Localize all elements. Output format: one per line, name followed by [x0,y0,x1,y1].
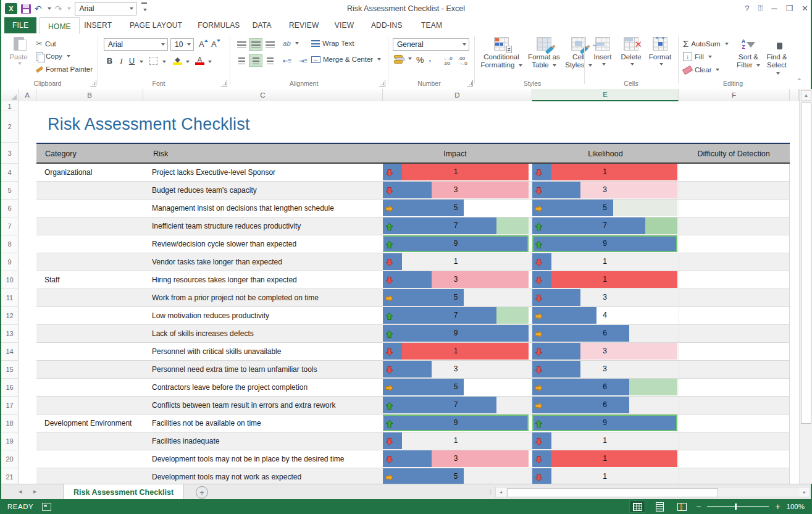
cell-detection[interactable] [679,182,790,200]
cell-detection[interactable] [679,235,790,253]
cut-button[interactable]: ✂Cut [36,39,56,48]
cell-risk[interactable]: Low motivation reduces productivity [143,307,383,325]
cell-impact[interactable]: 1 [383,343,532,361]
row-number-11[interactable]: 11 [1,289,19,307]
column-header-d[interactable]: D [383,89,532,101]
row-number-1[interactable]: 1 [1,101,19,111]
cell-risk[interactable]: Personnel with critical skills unavailab… [143,343,383,361]
tab-home[interactable]: HOME [40,17,80,35]
tab-add-ins[interactable]: ADD-INS [363,17,411,33]
format-cells-button[interactable]: ⇤⇥ Format [646,37,674,65]
column-header-b[interactable]: B [36,89,143,101]
cell-risk[interactable]: Inefficient team structure reduces produ… [143,217,383,235]
minimize-button[interactable]: ─ [771,4,777,13]
row-number-15[interactable]: 15 [1,361,19,379]
autosum-button[interactable]: Σ AutoSum [683,38,729,49]
cell-detection[interactable] [679,200,790,217]
column-header-f[interactable]: F [679,89,790,101]
cell-category[interactable] [36,182,143,200]
cell-category[interactable] [36,450,143,468]
align-top-button[interactable] [235,38,248,51]
cell-impact[interactable]: 5 [383,200,532,217]
qat-font-combo[interactable]: Arial [75,2,136,15]
cell-category[interactable] [36,468,143,484]
clipboard-dialog-launcher[interactable] [90,80,96,86]
cell-category[interactable] [36,307,143,325]
page-layout-view-button[interactable] [651,500,668,513]
cell-detection[interactable] [679,307,790,325]
close-button[interactable]: ✕ [802,4,808,13]
column-header-c[interactable]: C [143,89,383,101]
tab-formulas[interactable]: FORMULAS [190,17,248,33]
cell-likelihood[interactable]: 1 [532,432,679,450]
sheet-tab-active[interactable]: Risk Assessment Checklist [63,484,184,500]
sheet-nav-left-icon[interactable]: ◂ [19,487,22,495]
macro-record-icon[interactable] [42,503,51,511]
cell-likelihood[interactable]: 3 [532,289,679,307]
font-size-combo[interactable]: 10 [170,38,194,51]
vertical-scrollbar[interactable]: ▲ [799,89,812,484]
undo-dropdown-arrow-icon[interactable] [48,7,51,10]
decrease-indent-button[interactable]: ⇤≡ [280,54,294,67]
cell-impact[interactable]: 9 [383,235,532,253]
percent-style-button[interactable]: % [416,55,424,65]
horizontal-scrollbar[interactable]: ◂ ▸ [495,487,810,497]
cell-risk[interactable]: Development tools may not be in place by… [143,450,383,468]
cell-detection[interactable] [679,361,790,379]
cell-detection[interactable] [679,271,790,289]
clear-button[interactable]: Clear [683,66,719,74]
cell-detection[interactable] [679,379,790,397]
row-number-13[interactable]: 13 [1,325,19,343]
cell-likelihood[interactable]: 9 [532,415,679,432]
increase-decimal-button[interactable]: ←.0 .00 [443,56,453,66]
save-icon[interactable] [21,4,31,14]
row-number-14[interactable]: 14 [1,343,19,361]
row-number-4[interactable]: 4 [1,164,19,182]
cell-likelihood[interactable]: 1 [532,271,679,289]
bold-button[interactable]: B [104,56,115,65]
zoom-out-button[interactable]: − [696,502,701,511]
cell-category[interactable] [36,235,143,253]
cell-impact[interactable]: 7 [383,307,532,325]
scroll-left-icon[interactable]: ◂ [496,487,506,497]
row-number-17[interactable]: 17 [1,397,19,415]
column-header-e[interactable]: E [532,89,679,101]
cell-impact[interactable]: 5 [383,468,532,484]
cell-impact[interactable]: 7 [383,397,532,415]
cell-likelihood[interactable]: 3 [532,343,679,361]
cell-risk[interactable]: Hiring resources takes longer than expec… [143,271,383,289]
align-middle-button[interactable] [249,38,262,51]
cell-likelihood[interactable]: 7 [532,217,679,235]
cell-impact[interactable]: 3 [383,271,532,289]
decrease-font-button[interactable]: A [211,40,217,49]
cell-impact[interactable]: 3 [383,182,532,200]
zoom-in-button[interactable]: + [775,502,780,511]
cell-likelihood[interactable]: 6 [532,379,679,397]
cell-impact[interactable]: 5 [383,379,532,397]
cell-detection[interactable] [679,217,790,235]
new-sheet-button[interactable]: + [196,486,208,499]
qat-customize-button[interactable] [141,2,147,15]
increase-font-button[interactable]: A [199,40,204,49]
tab-data[interactable]: DATA [245,17,280,33]
format-painter-button[interactable]: Format Painter [36,65,93,73]
cell-impact[interactable]: 3 [383,361,532,379]
cell-likelihood[interactable]: 9 [532,235,679,253]
row-number-16[interactable]: 16 [1,379,19,397]
row-number-9[interactable]: 9 [1,253,19,271]
cell-impact[interactable]: 9 [383,415,532,432]
help-button[interactable]: ? [745,4,749,13]
borders-dropdown-icon[interactable] [162,61,166,63]
cell-likelihood[interactable]: 3 [532,182,679,200]
cell-risk[interactable]: Management insist on decisions that leng… [143,200,383,217]
align-bottom-button[interactable] [263,38,277,51]
cell-likelihood[interactable]: 5 [532,200,679,217]
cell-detection[interactable] [679,432,790,450]
maximize-button[interactable]: ❒ [785,4,793,13]
cell-detection[interactable] [679,415,790,432]
cell-category[interactable]: Organizational [36,164,143,182]
cell-detection[interactable] [679,343,790,361]
cell-impact[interactable]: 9 [383,325,532,343]
redo-button[interactable]: ↷ [55,4,62,13]
cell-likelihood[interactable]: 1 [532,253,679,271]
